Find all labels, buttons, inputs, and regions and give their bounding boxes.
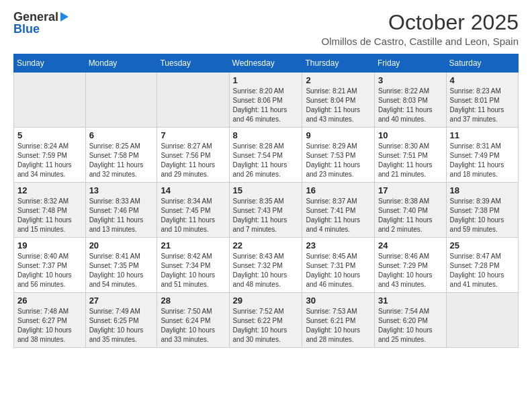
day-number: 18: [450, 185, 515, 195]
day-info: Sunrise: 8:22 AMSunset: 8:03 PMDaylight:…: [378, 87, 443, 124]
table-cell: 26Sunrise: 7:48 AMSunset: 6:27 PMDayligh…: [14, 293, 86, 348]
table-cell: 10Sunrise: 8:30 AMSunset: 7:51 PMDayligh…: [374, 128, 446, 183]
table-cell: 6Sunrise: 8:25 AMSunset: 7:58 PMDaylight…: [85, 128, 157, 183]
day-info: Sunrise: 7:49 AMSunset: 6:25 PMDaylight:…: [89, 307, 154, 345]
day-info: Sunrise: 8:29 AMSunset: 7:53 PMDaylight:…: [306, 142, 371, 179]
day-info: Sunrise: 8:32 AMSunset: 7:48 PMDaylight:…: [17, 197, 82, 234]
table-cell: 1Sunrise: 8:20 AMSunset: 8:06 PMDaylight…: [229, 73, 302, 128]
day-info: Sunrise: 8:25 AMSunset: 7:58 PMDaylight:…: [89, 142, 154, 179]
day-number: 31: [378, 295, 443, 306]
table-cell: 13Sunrise: 8:33 AMSunset: 7:46 PMDayligh…: [85, 183, 157, 238]
day-number: 24: [378, 240, 443, 250]
table-cell: 22Sunrise: 8:43 AMSunset: 7:32 PMDayligh…: [229, 238, 302, 293]
day-info: Sunrise: 8:40 AMSunset: 7:37 PMDaylight:…: [17, 252, 82, 289]
table-cell: 12Sunrise: 8:32 AMSunset: 7:48 PMDayligh…: [14, 183, 86, 238]
week-row-1: 5Sunrise: 8:24 AMSunset: 7:59 PMDaylight…: [14, 128, 519, 183]
day-number: 4: [450, 75, 515, 85]
day-info: Sunrise: 8:42 AMSunset: 7:34 PMDaylight:…: [161, 252, 225, 289]
day-info: Sunrise: 7:53 AMSunset: 6:21 PMDaylight:…: [306, 307, 371, 345]
week-row-0: 1Sunrise: 8:20 AMSunset: 8:06 PMDaylight…: [14, 73, 519, 128]
day-info: Sunrise: 7:52 AMSunset: 6:22 PMDaylight:…: [233, 307, 299, 345]
day-number: 3: [378, 75, 443, 85]
table-cell: [14, 73, 86, 128]
table-cell: 20Sunrise: 8:41 AMSunset: 7:35 PMDayligh…: [85, 238, 157, 293]
day-number: 19: [17, 240, 82, 250]
calendar-header-row: Sunday Monday Tuesday Wednesday Thursday…: [14, 54, 519, 73]
day-info: Sunrise: 8:39 AMSunset: 7:38 PMDaylight:…: [450, 197, 515, 234]
day-number: 25: [450, 240, 515, 250]
day-info: Sunrise: 8:27 AMSunset: 7:56 PMDaylight:…: [161, 142, 225, 179]
day-info: Sunrise: 8:33 AMSunset: 7:46 PMDaylight:…: [89, 197, 154, 234]
table-cell: 15Sunrise: 8:35 AMSunset: 7:43 PMDayligh…: [229, 183, 302, 238]
day-number: 23: [306, 240, 371, 250]
table-cell: 14Sunrise: 8:34 AMSunset: 7:45 PMDayligh…: [157, 183, 229, 238]
table-cell: 27Sunrise: 7:49 AMSunset: 6:25 PMDayligh…: [85, 293, 157, 348]
table-cell: 23Sunrise: 8:45 AMSunset: 7:31 PMDayligh…: [302, 238, 375, 293]
table-cell: 18Sunrise: 8:39 AMSunset: 7:38 PMDayligh…: [446, 183, 518, 238]
day-number: 15: [233, 185, 299, 195]
table-cell: 8Sunrise: 8:28 AMSunset: 7:54 PMDaylight…: [229, 128, 302, 183]
day-number: 21: [161, 240, 225, 250]
table-cell: 17Sunrise: 8:38 AMSunset: 7:40 PMDayligh…: [374, 183, 446, 238]
day-number: 30: [306, 295, 371, 306]
day-number: 26: [17, 295, 82, 306]
day-info: Sunrise: 8:28 AMSunset: 7:54 PMDaylight:…: [233, 142, 299, 179]
day-number: 16: [306, 185, 371, 195]
table-cell: 19Sunrise: 8:40 AMSunset: 7:37 PMDayligh…: [14, 238, 86, 293]
week-row-2: 12Sunrise: 8:32 AMSunset: 7:48 PMDayligh…: [14, 183, 519, 238]
table-cell: 21Sunrise: 8:42 AMSunset: 7:34 PMDayligh…: [157, 238, 229, 293]
table-cell: 5Sunrise: 8:24 AMSunset: 7:59 PMDaylight…: [14, 128, 86, 183]
day-info: Sunrise: 8:20 AMSunset: 8:06 PMDaylight:…: [233, 87, 299, 124]
header: General Blue October 2025 Olmillos de Ca…: [13, 11, 519, 47]
day-number: 14: [161, 185, 225, 195]
logo-blue-text: Blue: [13, 23, 40, 35]
day-info: Sunrise: 8:24 AMSunset: 7:59 PMDaylight:…: [17, 142, 82, 179]
day-number: 1: [233, 75, 299, 85]
table-cell: 31Sunrise: 7:54 AMSunset: 6:20 PMDayligh…: [374, 293, 446, 348]
col-monday: Monday: [85, 54, 157, 73]
day-number: 13: [89, 185, 154, 195]
day-number: 28: [161, 295, 225, 306]
day-number: 12: [17, 185, 82, 195]
table-cell: 24Sunrise: 8:46 AMSunset: 7:29 PMDayligh…: [374, 238, 446, 293]
table-cell: 29Sunrise: 7:52 AMSunset: 6:22 PMDayligh…: [229, 293, 302, 348]
table-cell: 4Sunrise: 8:23 AMSunset: 8:01 PMDaylight…: [446, 73, 518, 128]
day-number: 2: [306, 75, 371, 85]
logo-general-text: General: [13, 11, 58, 23]
table-cell: [157, 73, 229, 128]
day-number: 8: [233, 130, 299, 140]
week-row-3: 19Sunrise: 8:40 AMSunset: 7:37 PMDayligh…: [14, 238, 519, 293]
calendar-table: Sunday Monday Tuesday Wednesday Thursday…: [13, 54, 519, 348]
day-info: Sunrise: 8:23 AMSunset: 8:01 PMDaylight:…: [450, 87, 515, 124]
day-info: Sunrise: 8:47 AMSunset: 7:28 PMDaylight:…: [450, 252, 515, 289]
table-cell: 3Sunrise: 8:22 AMSunset: 8:03 PMDaylight…: [374, 73, 446, 128]
day-number: 29: [233, 295, 299, 306]
day-info: Sunrise: 8:46 AMSunset: 7:29 PMDaylight:…: [378, 252, 443, 289]
week-row-4: 26Sunrise: 7:48 AMSunset: 6:27 PMDayligh…: [14, 293, 519, 348]
day-number: 9: [306, 130, 371, 140]
day-info: Sunrise: 7:48 AMSunset: 6:27 PMDaylight:…: [17, 307, 82, 345]
day-info: Sunrise: 7:54 AMSunset: 6:20 PMDaylight:…: [378, 307, 443, 345]
day-number: 5: [17, 130, 82, 140]
table-cell: 30Sunrise: 7:53 AMSunset: 6:21 PMDayligh…: [302, 293, 375, 348]
day-info: Sunrise: 8:43 AMSunset: 7:32 PMDaylight:…: [233, 252, 299, 289]
day-info: Sunrise: 8:30 AMSunset: 7:51 PMDaylight:…: [378, 142, 443, 179]
table-cell: 7Sunrise: 8:27 AMSunset: 7:56 PMDaylight…: [157, 128, 229, 183]
day-number: 27: [89, 295, 154, 306]
day-info: Sunrise: 8:37 AMSunset: 7:41 PMDaylight:…: [306, 197, 371, 234]
main-title: October 2025: [322, 11, 519, 34]
col-saturday: Saturday: [446, 54, 518, 73]
subtitle: Olmillos de Castro, Castille and Leon, S…: [322, 36, 519, 47]
table-cell: [85, 73, 157, 128]
day-number: 22: [233, 240, 299, 250]
table-cell: 2Sunrise: 8:21 AMSunset: 8:04 PMDaylight…: [302, 73, 375, 128]
col-friday: Friday: [374, 54, 446, 73]
col-wednesday: Wednesday: [229, 54, 302, 73]
calendar-page: General Blue October 2025 Olmillos de Ca…: [0, 0, 532, 411]
logo: General Blue: [13, 11, 69, 35]
day-number: 6: [89, 130, 154, 140]
logo-triangle-icon: [60, 12, 69, 21]
table-cell: 11Sunrise: 8:31 AMSunset: 7:49 PMDayligh…: [446, 128, 518, 183]
day-info: Sunrise: 8:21 AMSunset: 8:04 PMDaylight:…: [306, 87, 371, 124]
col-tuesday: Tuesday: [157, 54, 229, 73]
